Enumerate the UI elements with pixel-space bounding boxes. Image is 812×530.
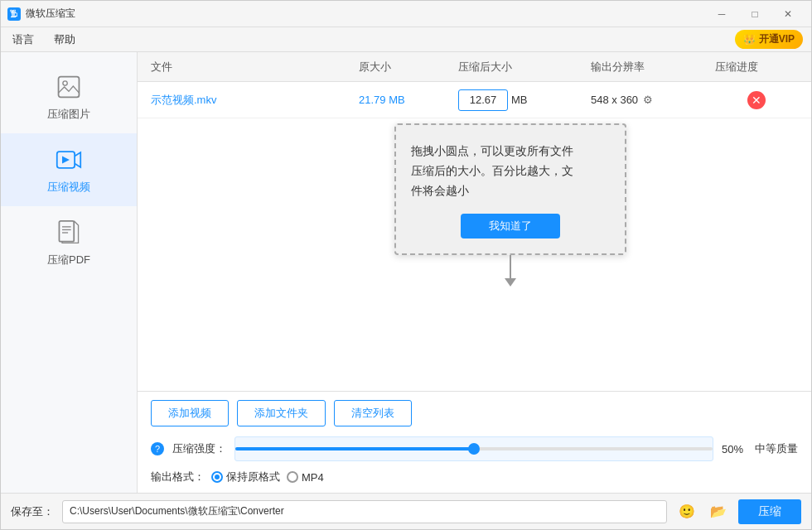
title-bar-left: 🗜 微软压缩宝 — [7, 7, 75, 21]
add-video-button[interactable]: 添加视频 — [151, 400, 229, 426]
help-icon[interactable]: ? — [151, 442, 164, 455]
sidebar: 压缩图片 压缩视频 — [1, 52, 138, 493]
format-option-mp4[interactable]: MP4 — [287, 471, 324, 484]
save-label: 保存至： — [11, 504, 54, 519]
resolution-value: 548 x 360 — [591, 94, 638, 106]
svg-marker-3 — [62, 157, 70, 164]
app-title: 微软压缩宝 — [26, 7, 75, 21]
radio-mp4-icon — [287, 471, 298, 483]
comp-size-input[interactable] — [458, 89, 508, 111]
compression-label: 压缩强度： — [172, 441, 226, 456]
table-header: 文件 原大小 压缩后大小 输出分辨率 压缩进度 — [138, 52, 811, 82]
compress-video-icon — [54, 145, 84, 175]
vip-button[interactable]: 👑 开通VIP — [735, 30, 803, 49]
title-controls: ─ □ ✕ — [705, 2, 805, 26]
vip-label: 开通VIP — [759, 32, 795, 46]
comp-unit: MB — [511, 94, 528, 106]
tooltip-text: 拖拽小圆点，可以更改所有文件 压缩后的大小。百分比越大，文 件将会越小 — [411, 142, 610, 200]
slider-fill — [235, 447, 474, 450]
menu-language[interactable]: 语言 — [9, 31, 37, 49]
th-orig-size: 原大小 — [359, 60, 458, 75]
save-path-input[interactable] — [62, 500, 667, 523]
table-row: 示范视频.mkv 21.79 MB MB 548 x 360 ⚙ ✕ — [138, 82, 811, 118]
comp-size-cell: MB — [458, 89, 591, 111]
clear-list-button[interactable]: 清空列表 — [334, 400, 412, 426]
progress-cell: ✕ — [715, 91, 798, 109]
radio-dot — [215, 475, 220, 479]
content-area: 文件 原大小 压缩后大小 输出分辨率 压缩进度 示范视频.mkv 21.79 M… — [138, 52, 811, 493]
th-resolution: 输出分辨率 — [591, 60, 715, 75]
slider-container[interactable] — [234, 436, 713, 461]
format-row: 输出格式： 保持原格式 MP4 — [151, 470, 798, 484]
th-comp-size: 压缩后大小 — [458, 60, 591, 75]
menu-help[interactable]: 帮助 — [51, 31, 79, 49]
save-bar: 保存至： 🙂 📂 压缩 — [1, 493, 811, 529]
emoji-icon[interactable]: 🙂 — [675, 500, 698, 523]
th-progress: 压缩进度 — [715, 60, 798, 75]
folder-icon[interactable]: 📂 — [707, 500, 730, 523]
svg-point-1 — [63, 81, 67, 85]
format-original-label: 保持原格式 — [226, 470, 280, 484]
remove-row-button[interactable]: ✕ — [747, 91, 766, 109]
sidebar-label-compress-image: 压缩图片 — [47, 107, 90, 122]
tooltip-popup: 拖拽小圆点，可以更改所有文件 压缩后的大小。百分比越大，文 件将会越小 我知道了 — [394, 123, 626, 255]
sidebar-label-compress-video: 压缩视频 — [47, 180, 90, 195]
bottom-toolbar: 添加视频 添加文件夹 清空列表 ? 压缩强度： 50% 中等质量 — [138, 391, 811, 493]
orig-size: 21.79 MB — [359, 94, 458, 106]
sidebar-label-compress-pdf: 压缩PDF — [47, 253, 90, 267]
compression-slider-row: ? 压缩强度： 50% 中等质量 — [151, 436, 798, 461]
radio-original-icon — [211, 471, 223, 483]
close-button[interactable]: ✕ — [771, 2, 805, 26]
minimize-button[interactable]: ─ — [705, 2, 738, 26]
file-name[interactable]: 示范视频.mkv — [151, 93, 359, 108]
menu-bar: 语言 帮助 👑 开通VIP — [1, 27, 811, 52]
compress-pdf-icon — [54, 218, 84, 248]
sidebar-item-compress-pdf[interactable]: 压缩PDF — [1, 206, 137, 279]
svg-rect-4 — [59, 221, 74, 242]
title-bar: 🗜 微软压缩宝 ─ □ ✕ — [1, 1, 811, 27]
resolution-cell: 548 x 360 ⚙ — [591, 94, 715, 106]
maximize-button[interactable]: □ — [738, 2, 771, 26]
menu-bar-left: 语言 帮助 — [9, 31, 79, 49]
format-mp4-label: MP4 — [302, 471, 324, 484]
sidebar-item-compress-image[interactable]: 压缩图片 — [1, 60, 137, 133]
arrow-line — [510, 255, 511, 278]
format-option-original[interactable]: 保持原格式 — [211, 470, 280, 484]
slider-value: 50% — [722, 443, 747, 455]
main-content: 压缩图片 压缩视频 — [1, 52, 811, 493]
action-buttons: 添加视频 添加文件夹 清空列表 — [151, 400, 798, 426]
slider-quality: 中等质量 — [755, 441, 798, 456]
app-icon: 🗜 — [7, 7, 21, 21]
th-file: 文件 — [151, 60, 359, 75]
slider-thumb[interactable] — [468, 443, 480, 455]
tooltip-ok-button[interactable]: 我知道了 — [461, 214, 560, 238]
format-label: 输出格式： — [151, 470, 205, 484]
sidebar-item-compress-video[interactable]: 压缩视频 — [1, 133, 137, 206]
table-body: 示范视频.mkv 21.79 MB MB 548 x 360 ⚙ ✕ — [138, 82, 811, 391]
settings-icon[interactable]: ⚙ — [643, 94, 653, 106]
add-folder-button[interactable]: 添加文件夹 — [237, 400, 326, 426]
compress-button[interactable]: 压缩 — [738, 499, 801, 524]
tooltip-arrow — [505, 255, 516, 287]
app-window: 🗜 微软压缩宝 ─ □ ✕ 语言 帮助 👑 开通VIP — [0, 0, 812, 530]
arrow-head — [505, 278, 516, 287]
svg-rect-0 — [59, 77, 80, 98]
vip-icon: 👑 — [743, 34, 756, 46]
compress-image-icon — [54, 72, 84, 102]
slider-track — [235, 447, 713, 450]
